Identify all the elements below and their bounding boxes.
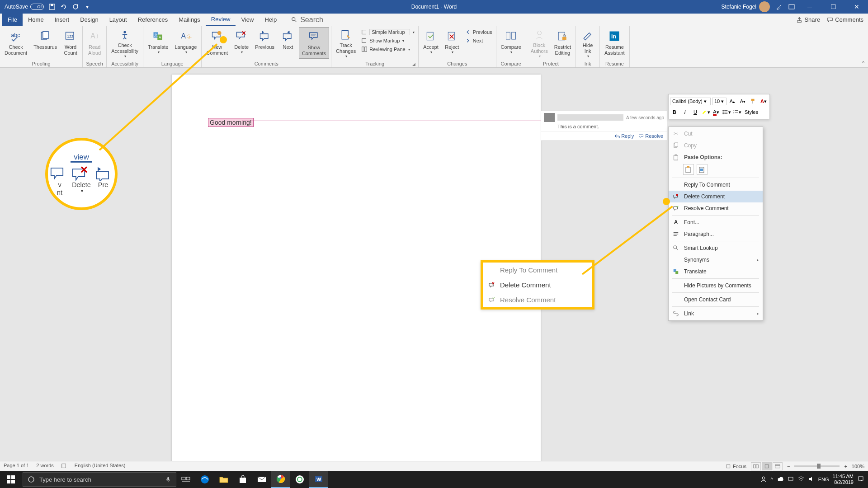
qat-customize-icon[interactable]: ▾ xyxy=(84,3,91,10)
previous-change-button[interactable]: Previous xyxy=(463,28,494,36)
zoom-level[interactable]: 100% xyxy=(852,464,864,469)
paste-keep-formatting[interactable] xyxy=(683,164,694,175)
numbering-button[interactable]: 12▾ xyxy=(732,108,741,117)
draw-mode-icon[interactable] xyxy=(775,3,783,10)
highlight-button[interactable]: ▾ xyxy=(701,108,710,117)
comments-button[interactable]: Comments xyxy=(827,16,863,23)
taskbar-store[interactable] xyxy=(233,471,252,488)
tray-onedrive-icon[interactable] xyxy=(777,476,784,483)
show-comments-button[interactable]: Show Comments xyxy=(299,27,329,59)
tab-help[interactable]: Help xyxy=(259,14,282,26)
zoom-slider[interactable] xyxy=(794,465,840,467)
tray-clock[interactable]: 11:45 AM 8/2/2019 xyxy=(833,474,854,485)
autosave-toggle[interactable]: AutoSave Off xyxy=(5,4,44,10)
check-accessibility-button[interactable]: Check Accessibility ▾ xyxy=(108,27,141,59)
compare-button[interactable]: Compare ▾ xyxy=(498,27,524,59)
share-button[interactable]: Share xyxy=(796,16,820,23)
taskbar-search[interactable]: Type here to search xyxy=(23,472,176,487)
tray-wifi-icon[interactable] xyxy=(797,476,805,483)
menu-resolve-comment[interactable]: Resolve Comment xyxy=(669,202,763,214)
restrict-editing-button[interactable]: Restrict Editing xyxy=(552,27,574,59)
taskbar-chrome[interactable] xyxy=(271,471,290,488)
tab-mailings[interactable]: Mailings xyxy=(173,14,206,26)
tab-insert[interactable]: Insert xyxy=(49,14,75,26)
comment-card[interactable]: A few seconds ago This is a comment. Rep… xyxy=(541,111,667,141)
tab-view[interactable]: View xyxy=(236,14,259,26)
minimize-button[interactable]: ─ xyxy=(801,0,819,14)
accept-button[interactable]: Accept ▾ xyxy=(420,27,441,59)
spellcheck-status-icon[interactable] xyxy=(61,463,67,470)
font-family-dropdown[interactable]: Calibri (Body) ▾ xyxy=(670,98,711,105)
tray-people-icon[interactable] xyxy=(760,475,767,483)
tab-design[interactable]: Design xyxy=(75,14,104,26)
tab-file[interactable]: File xyxy=(2,14,23,26)
tray-expand-icon[interactable]: ^ xyxy=(771,477,773,482)
format-painter-icon[interactable] xyxy=(749,97,758,106)
tray-volume-icon[interactable] xyxy=(808,476,815,483)
taskbar-mail[interactable] xyxy=(252,471,271,488)
taskbar-edge[interactable] xyxy=(195,471,214,488)
comment-resolve-button[interactable]: Resolve xyxy=(638,133,663,139)
font-color-split[interactable]: A▾ xyxy=(759,97,768,106)
ribbon-mode-icon[interactable] xyxy=(788,3,795,10)
menu-font[interactable]: AFont... xyxy=(669,216,763,228)
selected-text[interactable]: Good morning! xyxy=(208,118,254,127)
collapse-ribbon-button[interactable]: ^ xyxy=(862,61,864,66)
start-button[interactable] xyxy=(0,471,22,488)
web-layout-button[interactable] xyxy=(773,462,783,470)
menu-open-contact[interactable]: Open Contact Card xyxy=(669,294,763,305)
thesaurus-button[interactable]: Thesaurus xyxy=(31,27,60,59)
word-count-indicator[interactable]: 2 words xyxy=(36,463,54,470)
taskbar-word[interactable]: W xyxy=(309,471,328,488)
maximize-button[interactable]: ☐ xyxy=(824,0,842,14)
menu-synonyms[interactable]: Synonyms▸ xyxy=(669,254,763,266)
styles-button[interactable]: Styles xyxy=(743,108,760,117)
block-authors-button[interactable]: Block Authors ▾ xyxy=(528,27,551,59)
display-for-review-dropdown[interactable]: Simple Markup▾ xyxy=(359,28,416,36)
menu-delete-comment[interactable]: Delete Comment xyxy=(669,191,763,202)
user-account[interactable]: Stefanie Fogel xyxy=(722,1,770,12)
read-aloud-button[interactable]: A Read Aloud xyxy=(85,27,104,59)
previous-comment-button[interactable]: Previous xyxy=(252,27,277,59)
menu-link[interactable]: Link▸ xyxy=(669,308,763,319)
bullets-button[interactable]: ▾ xyxy=(722,108,731,117)
zoom-in-button[interactable]: + xyxy=(844,464,847,469)
tray-notifications-icon[interactable] xyxy=(857,475,864,483)
shrink-font-button[interactable]: A▾ xyxy=(738,97,747,106)
taskbar-app[interactable] xyxy=(290,471,309,488)
font-color-button[interactable]: A▾ xyxy=(712,108,721,117)
tracking-dialog-launcher[interactable]: ◢ xyxy=(412,62,415,66)
read-mode-button[interactable] xyxy=(751,462,761,470)
new-comment-button[interactable]: New Comment xyxy=(203,27,231,59)
taskbar-explorer[interactable] xyxy=(214,471,233,488)
comment-reply-button[interactable]: Reply xyxy=(614,133,634,139)
italic-button[interactable]: I xyxy=(680,108,689,117)
undo-icon[interactable] xyxy=(60,3,67,10)
menu-smart-lookup[interactable]: Smart Lookup xyxy=(669,242,763,254)
language-indicator[interactable]: English (United States) xyxy=(75,463,126,470)
translate-button[interactable]: 文A Translate ▾ xyxy=(145,27,171,59)
tray-network-icon[interactable] xyxy=(788,476,794,483)
bold-button[interactable]: B xyxy=(670,108,679,117)
resume-assistant-button[interactable]: in Resume Assistant xyxy=(602,27,627,59)
next-comment-button[interactable]: Next xyxy=(278,27,298,59)
page-indicator[interactable]: Page 1 of 1 xyxy=(4,463,29,470)
tab-home[interactable]: Home xyxy=(23,14,49,26)
menu-paragraph[interactable]: Paragraph... xyxy=(669,228,763,240)
menu-hide-pictures[interactable]: Hide Pictures by Comments xyxy=(669,280,763,291)
menu-reply-comment[interactable]: Reply To Comment xyxy=(669,179,763,191)
close-button[interactable]: ✕ xyxy=(848,0,866,14)
track-changes-button[interactable]: Track Changes ▾ xyxy=(333,27,359,59)
grow-font-button[interactable]: A▴ xyxy=(728,97,737,106)
zoom-out-button[interactable]: − xyxy=(787,464,790,469)
language-button[interactable]: A字 Language ▾ xyxy=(172,27,199,59)
tell-me-search[interactable]: Search xyxy=(291,14,323,26)
reviewing-pane-dropdown[interactable]: Reviewing Pane▾ xyxy=(359,45,416,53)
task-view-button[interactable] xyxy=(176,471,195,488)
tab-layout[interactable]: Layout xyxy=(104,14,132,26)
tab-references[interactable]: References xyxy=(132,14,173,26)
print-layout-button[interactable] xyxy=(762,462,772,470)
next-change-button[interactable]: Next xyxy=(463,37,494,45)
tab-review[interactable]: Review xyxy=(206,14,236,26)
delete-comment-button[interactable]: Delete ▾ xyxy=(231,27,251,59)
